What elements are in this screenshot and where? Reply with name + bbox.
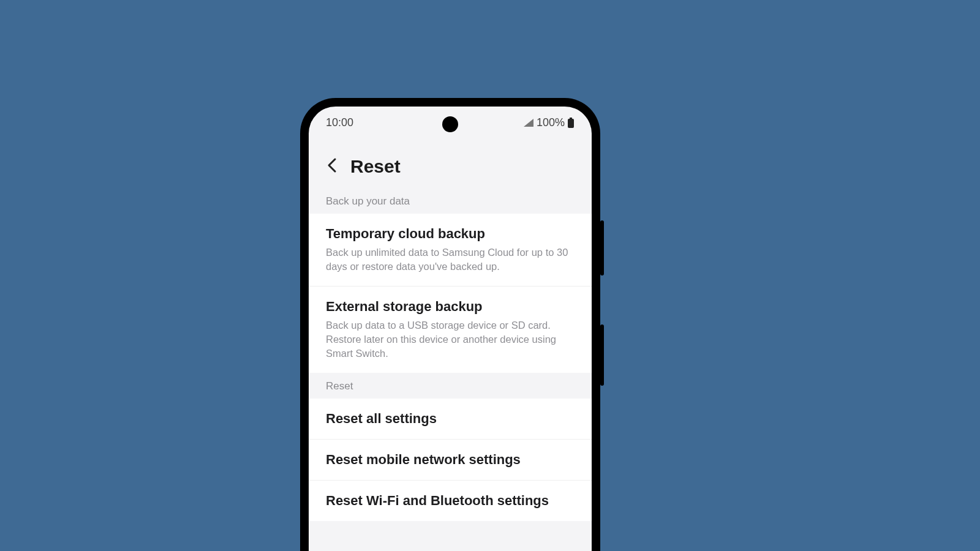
signal-icon: [523, 118, 534, 128]
item-title: Temporary cloud backup: [326, 226, 575, 242]
section-label-reset: Reset: [309, 373, 592, 399]
back-button[interactable]: [326, 157, 339, 176]
reset-card: Reset all settings Reset mobile network …: [309, 399, 592, 521]
item-reset-wifi-bluetooth[interactable]: Reset Wi-Fi and Bluetooth settings: [309, 481, 592, 521]
front-camera: [442, 116, 458, 132]
battery-icon: [567, 118, 575, 129]
power-button: [600, 324, 604, 386]
status-right: 100%: [523, 116, 575, 129]
item-reset-all-settings[interactable]: Reset all settings: [309, 399, 592, 440]
backup-card: Temporary cloud backup Back up unlimited…: [309, 214, 592, 373]
page-background: 10:00 100% Reset Back: [0, 0, 980, 551]
svg-rect-1: [568, 119, 574, 128]
status-time: 10:00: [326, 116, 353, 129]
phone-screen: 10:00 100% Reset Back: [309, 107, 592, 551]
item-subtitle: Back up unlimited data to Samsung Cloud …: [326, 246, 575, 274]
item-title: Reset Wi-Fi and Bluetooth settings: [326, 493, 575, 509]
phone-frame: 10:00 100% Reset Back: [300, 98, 600, 551]
battery-percent: 100%: [537, 116, 565, 129]
svg-rect-0: [570, 118, 572, 119]
header: Reset: [309, 132, 592, 188]
item-title: Reset mobile network settings: [326, 452, 575, 468]
item-title: Reset all settings: [326, 411, 575, 427]
item-subtitle: Back up data to a USB storage device or …: [326, 318, 575, 361]
volume-button: [600, 220, 604, 276]
section-label-backup: Back up your data: [309, 188, 592, 214]
item-temporary-cloud-backup[interactable]: Temporary cloud backup Back up unlimited…: [309, 214, 592, 287]
item-title: External storage backup: [326, 299, 575, 315]
item-external-storage-backup[interactable]: External storage backup Back up data to …: [309, 287, 592, 373]
item-reset-mobile-network[interactable]: Reset mobile network settings: [309, 440, 592, 481]
page-title: Reset: [350, 156, 401, 177]
